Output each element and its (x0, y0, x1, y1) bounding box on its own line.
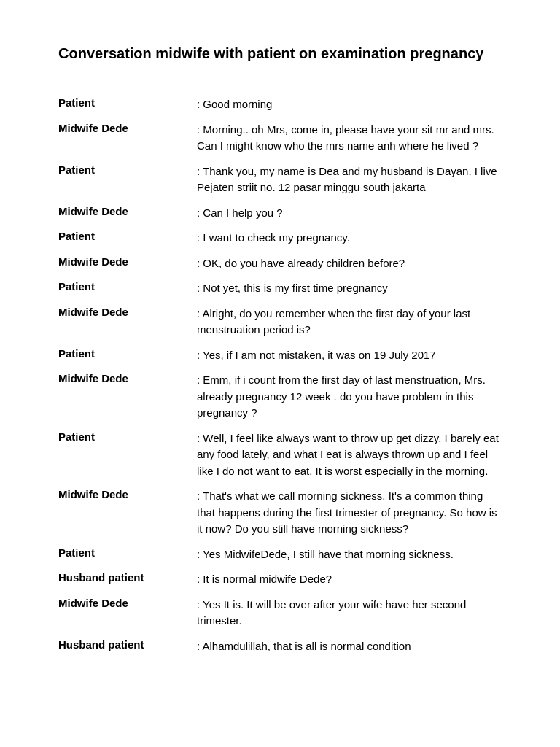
speaker-label: Midwife Dede (58, 592, 197, 634)
conversation-row: Patient: Well, I feel like always want t… (58, 426, 502, 484)
conversation-row: Husband patient: It is normal midwife De… (58, 567, 502, 592)
speaker-label: Husband patient (58, 634, 197, 659)
conversation-row: Patient: Thank you, my name is Dea and m… (58, 159, 502, 201)
conversation-row: Midwife Dede: OK, do you have already ch… (58, 251, 502, 276)
conversation-row: Patient: Not yet, this is my first time … (58, 276, 502, 301)
conversation-table: Patient: Good morningMidwife Dede: Morni… (58, 92, 502, 659)
dialogue-text: : Yes, if I am not mistaken, it was on 1… (197, 343, 502, 368)
page-title: Conversation midwife with patient on exa… (58, 44, 502, 63)
conversation-row: Midwife Dede: Morning.. oh Mrs, come in,… (58, 117, 502, 159)
speaker-label: Patient (58, 276, 197, 301)
conversation-row: Midwife Dede: Can I help you ? (58, 201, 502, 226)
dialogue-text: : It is normal midwife Dede? (197, 567, 502, 592)
dialogue-text: : Not yet, this is my first time pregnan… (197, 276, 502, 301)
dialogue-text: : Yes It is. It will be over after your … (197, 592, 502, 634)
dialogue-text: : Morning.. oh Mrs, come in, please have… (197, 117, 502, 159)
speaker-label: Midwife Dede (58, 368, 197, 426)
speaker-label: Midwife Dede (58, 484, 197, 542)
speaker-label: Patient (58, 426, 197, 484)
dialogue-text: : Alhamdulillah, that is all is normal c… (197, 634, 502, 659)
dialogue-text: : Well, I feel like always want to throw… (197, 426, 502, 484)
speaker-label: Patient (58, 225, 197, 251)
dialogue-text: : Yes MidwifeDede, I still have that mor… (197, 542, 502, 568)
speaker-label: Midwife Dede (58, 117, 197, 159)
conversation-row: Patient: Yes MidwifeDede, I still have t… (58, 542, 502, 568)
dialogue-text: : Can I help you ? (197, 201, 502, 226)
dialogue-text: : Emm, if i count from the first day of … (197, 368, 502, 426)
speaker-label: Patient (58, 159, 197, 201)
conversation-row: Midwife Dede: Emm, if i count from the f… (58, 368, 502, 426)
conversation-row: Patient: Good morning (58, 92, 502, 117)
speaker-label: Midwife Dede (58, 251, 197, 276)
conversation-row: Midwife Dede: That's what we call mornin… (58, 484, 502, 542)
conversation-row: Patient: Yes, if I am not mistaken, it w… (58, 343, 502, 368)
dialogue-text: : Thank you, my name is Dea and my husba… (197, 159, 502, 201)
speaker-label: Patient (58, 92, 197, 117)
conversation-row: Midwife Dede: Alright, do you remember w… (58, 301, 502, 343)
dialogue-text: : That's what we call morning sickness. … (197, 484, 502, 542)
dialogue-text: : I want to check my pregnancy. (197, 225, 502, 251)
speaker-label: Husband patient (58, 567, 197, 592)
speaker-label: Midwife Dede (58, 201, 197, 226)
conversation-row: Midwife Dede: Yes It is. It will be over… (58, 592, 502, 634)
dialogue-text: : OK, do you have already children befor… (197, 251, 502, 276)
conversation-row: Husband patient: Alhamdulillah, that is … (58, 634, 502, 659)
dialogue-text: : Alright, do you remember when the firs… (197, 301, 502, 343)
speaker-label: Patient (58, 542, 197, 568)
conversation-row: Patient: I want to check my pregnancy. (58, 225, 502, 251)
speaker-label: Midwife Dede (58, 301, 197, 343)
dialogue-text: : Good morning (197, 92, 502, 117)
speaker-label: Patient (58, 343, 197, 368)
